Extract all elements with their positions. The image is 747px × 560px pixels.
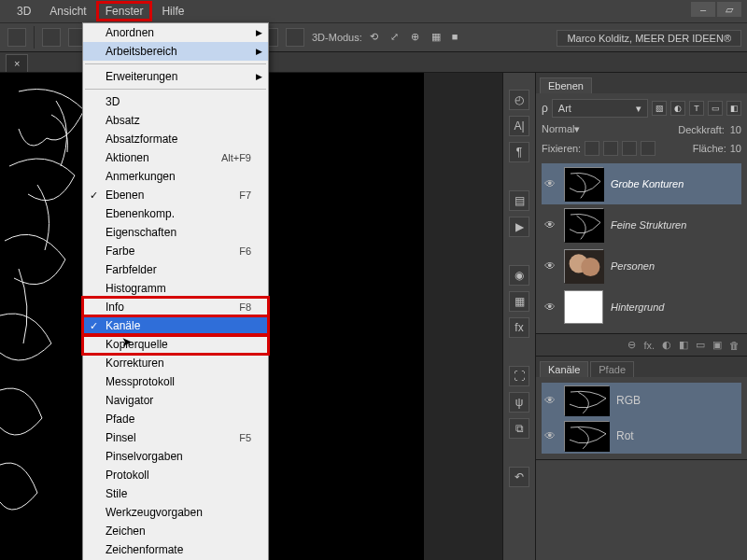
- svg-point-5: [581, 258, 599, 276]
- tab-pfade[interactable]: Pfade: [590, 361, 634, 377]
- menu-item-arbeitsbereich[interactable]: Arbeitsbereich▶: [83, 42, 268, 61]
- menu-item-pfade[interactable]: Pfade: [83, 410, 268, 428]
- menu-item-ebenenkomp-[interactable]: Ebenenkomp.: [83, 204, 268, 223]
- document-tab[interactable]: ×: [6, 54, 28, 72]
- layers-footer: ⊖fx.◐◧▭▣🗑: [536, 333, 747, 356]
- menu-ansicht[interactable]: Ansicht: [40, 1, 95, 21]
- kind-icon: ρ: [542, 102, 548, 115]
- close-icon[interactable]: ×: [14, 58, 20, 69]
- blend-mode-select[interactable]: Normal▾: [542, 123, 672, 135]
- fx-icon[interactable]: fx: [509, 317, 529, 338]
- layers-footer-icon[interactable]: ⊖: [627, 339, 636, 351]
- layers-footer-icon[interactable]: ◐: [662, 339, 671, 351]
- channel-row[interactable]: 👁Rot: [542, 418, 741, 454]
- menu-item-histogramm[interactable]: Histogramm: [83, 279, 268, 298]
- menu-item-navigator[interactable]: Navigator: [83, 391, 268, 410]
- menu-item-absatz[interactable]: Absatz: [83, 111, 268, 130]
- layers-footer-icon[interactable]: ▭: [696, 339, 705, 351]
- menu-item-korrekturen[interactable]: Korrekturen: [83, 354, 268, 372]
- visibility-icon[interactable]: 👁: [543, 177, 557, 190]
- 3d-mode-label: 3D-Modus:: [312, 32, 362, 43]
- layers-footer-icon[interactable]: 🗑: [729, 340, 740, 351]
- paragraph-panel-icon[interactable]: ¶: [509, 142, 529, 162]
- char-panel-icon[interactable]: A|: [509, 116, 529, 136]
- menu-item-protokoll[interactable]: Protokoll: [83, 466, 268, 484]
- menu-item-farbe[interactable]: FarbeF6: [83, 242, 268, 260]
- history-icon[interactable]: ↶: [509, 467, 529, 487]
- menu-item-aktionen[interactable]: AktionenAlt+F9: [83, 148, 268, 167]
- menu-item-stile[interactable]: Stile: [83, 484, 268, 503]
- menu-item-zeichenformate[interactable]: Zeichenformate: [83, 540, 268, 559]
- 3d-icon[interactable]: ■: [452, 31, 465, 44]
- 3d-icon[interactable]: ⊕: [411, 31, 424, 44]
- 3d-icon[interactable]: ⤢: [390, 31, 403, 44]
- mouse-cursor: ➤: [121, 334, 133, 349]
- menu-item-messprotokoll[interactable]: Messprotokoll: [83, 372, 268, 391]
- menu-fenster[interactable]: Fenster: [96, 1, 153, 21]
- menu-item-farbfelder[interactable]: Farbfelder: [83, 260, 268, 279]
- fill-label: Fläche:: [693, 143, 726, 154]
- menu-item-pinsel[interactable]: PinselF5: [83, 428, 268, 447]
- menu-3d[interactable]: 3D: [7, 1, 40, 21]
- menu-item-info[interactable]: InfoF8: [83, 298, 268, 316]
- play-icon[interactable]: ▶: [509, 217, 529, 237]
- fill-value[interactable]: 10: [730, 143, 741, 154]
- menu-item-anordnen[interactable]: Anordnen▶: [83, 23, 268, 42]
- lock-pos-icon[interactable]: [622, 141, 637, 156]
- tool-icon[interactable]: [42, 28, 61, 47]
- swatches-icon[interactable]: ◉: [509, 265, 529, 286]
- tab-ebenen[interactable]: Ebenen: [540, 77, 592, 93]
- styles-icon[interactable]: ▦: [509, 291, 529, 312]
- layer-row[interactable]: 👁Personen: [542, 245, 741, 287]
- visibility-icon[interactable]: 👁: [543, 429, 557, 442]
- menu-item-kopierquelle[interactable]: Kopierquelle: [83, 335, 268, 354]
- tab-kanaele[interactable]: Kanäle: [540, 361, 588, 377]
- channel-row[interactable]: 👁RGB: [542, 383, 741, 418]
- tool-preset-icon[interactable]: [7, 28, 26, 47]
- filter-adjust-icon[interactable]: ◐: [670, 101, 685, 116]
- layers-footer-icon[interactable]: fx.: [643, 340, 655, 351]
- clone-icon[interactable]: ⧉: [509, 418, 529, 439]
- menu-item-eigenschaften[interactable]: Eigenschaften: [83, 223, 268, 242]
- menu-item-absatzformate[interactable]: Absatzformate: [83, 130, 268, 148]
- layers-footer-icon[interactable]: ◧: [679, 339, 688, 351]
- visibility-icon[interactable]: 👁: [543, 218, 557, 231]
- layer-kind-select[interactable]: Art▾: [552, 99, 648, 118]
- menu-item-ebenen[interactable]: ✓EbenenF7: [83, 186, 268, 204]
- 3d-icon[interactable]: ⟲: [370, 31, 383, 44]
- menu-item-erweiterungen[interactable]: Erweiterungen▶: [83, 67, 268, 86]
- menu-item-werkzeugvorgaben[interactable]: Werkzeugvorgaben: [83, 503, 268, 522]
- lock-all-icon[interactable]: [641, 141, 655, 156]
- filter-type-icon[interactable]: T: [689, 101, 704, 116]
- lock-trans-icon[interactable]: [585, 141, 599, 156]
- lock-paint-icon[interactable]: [603, 141, 618, 156]
- panel-icon[interactable]: ◴: [509, 90, 529, 110]
- tool-icon[interactable]: [286, 28, 304, 47]
- 3d-icon[interactable]: ▦: [431, 31, 444, 44]
- minimize-button[interactable]: –: [691, 2, 715, 17]
- filter-shape-icon[interactable]: ▭: [708, 101, 723, 116]
- layers-panel-icon[interactable]: ▤: [509, 190, 529, 211]
- visibility-icon[interactable]: 👁: [543, 301, 557, 314]
- menu-hilfe[interactable]: Hilfe: [152, 1, 193, 21]
- layer-row[interactable]: 👁Grobe Konturen: [542, 163, 741, 204]
- visibility-icon[interactable]: 👁: [543, 394, 557, 407]
- adjustments-icon[interactable]: ⛶: [509, 366, 529, 386]
- filter-pixel-icon[interactable]: ▧: [652, 101, 667, 116]
- visibility-icon[interactable]: 👁: [543, 259, 557, 273]
- filter-smart-icon[interactable]: ◧: [726, 101, 741, 116]
- layer-row[interactable]: 👁Feine Strukturen: [542, 204, 741, 245]
- opacity-value[interactable]: 10: [730, 124, 741, 135]
- layers-footer-icon[interactable]: ▣: [712, 339, 722, 351]
- menu-item-anmerkungen[interactable]: Anmerkungen: [83, 167, 268, 186]
- right-panels: Ebenen ρ Art▾ ▧ ◐ T ▭ ◧ Normal▾: [536, 73, 747, 560]
- layer-row[interactable]: 👁Hintergrund: [542, 287, 741, 328]
- menu-item-pinselvorgaben[interactable]: Pinselvorgaben: [83, 447, 268, 466]
- layers-list: 👁Grobe Konturen👁Feine Strukturen👁Persone…: [542, 163, 741, 328]
- channels-panel: Kanäle Pfade 👁RGB👁Rot: [536, 357, 747, 460]
- menu-item-kan-le[interactable]: ✓Kanäle: [83, 316, 268, 335]
- menu-item-3d[interactable]: 3D: [83, 92, 268, 111]
- menu-item-zeichen[interactable]: Zeichen: [83, 522, 268, 540]
- brush-icon[interactable]: ψ: [509, 392, 529, 413]
- maximize-button[interactable]: ▱: [717, 2, 741, 17]
